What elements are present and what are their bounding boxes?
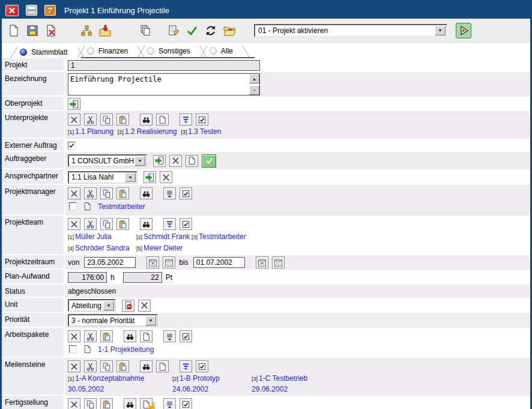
refresh-button[interactable]: [202, 22, 219, 38]
delete-entry-button[interactable]: [138, 300, 151, 312]
sort-list-button[interactable]: [163, 330, 176, 342]
plan-points-input[interactable]: 22: [123, 272, 162, 283]
cut-button[interactable]: [84, 218, 97, 230]
tab-alle[interactable]: Alle: [204, 46, 246, 57]
edit-form-button[interactable]: [165, 22, 181, 38]
link-team-member[interactable]: Testmitarbeiter: [199, 232, 246, 241]
link-team-member[interactable]: Schmidt Frank: [144, 232, 190, 241]
copy-button[interactable]: [100, 187, 113, 199]
bezeichnung-textarea[interactable]: Einführung Projectile ▲ ▼: [68, 73, 260, 95]
new-document-button[interactable]: [156, 114, 169, 126]
find-button[interactable]: [140, 187, 153, 199]
link-unterprojekt[interactable]: 1.1 Planung: [75, 127, 113, 136]
paste-button[interactable]: [116, 187, 129, 199]
window-icon[interactable]: [26, 5, 37, 16]
chevron-down-icon[interactable]: ▼: [135, 156, 145, 166]
auftraggeber-select[interactable]: 1 CONSULT GmbH▼: [68, 154, 147, 167]
cut-button[interactable]: [84, 330, 97, 342]
confirm-button[interactable]: [184, 22, 200, 38]
help-icon[interactable]: ?: [44, 5, 56, 16]
run-action-button[interactable]: [456, 23, 471, 38]
link-team-member[interactable]: Meier Dieter: [144, 244, 183, 252]
link-meilenstein-date[interactable]: 24.06.2002: [172, 385, 208, 393]
link-unterprojekt[interactable]: 1.3 Testen: [188, 127, 221, 136]
no-entry-button[interactable]: [122, 300, 135, 312]
tab-sonstiges[interactable]: Sonstiges: [141, 46, 204, 57]
save-button[interactable]: [24, 22, 40, 38]
paste-button[interactable]: [116, 114, 129, 126]
new-document-button[interactable]: [156, 360, 169, 372]
select-all-button[interactable]: [180, 218, 192, 230]
paste-button[interactable]: [116, 218, 129, 230]
sort-list-button[interactable]: [163, 187, 176, 199]
item-checkbox[interactable]: [69, 202, 77, 210]
link-meilenstein-date[interactable]: 30.05.2002: [68, 385, 104, 393]
paste-button[interactable]: [116, 360, 129, 372]
find-button[interactable]: [140, 360, 153, 372]
find-button[interactable]: [140, 114, 153, 126]
calendar-button[interactable]: [272, 256, 285, 268]
projekt-input[interactable]: 1: [68, 60, 260, 71]
scroll-up-icon[interactable]: ▲: [249, 74, 259, 83]
link-meilenstein[interactable]: 1-A Konzeptabnahme: [75, 374, 144, 383]
chevron-down-icon[interactable]: ▼: [125, 172, 136, 182]
move-down-button[interactable]: [163, 218, 176, 230]
plan-hours-input[interactable]: 176:00: [68, 272, 107, 283]
link-meilenstein[interactable]: 1-B Prototyp: [180, 374, 220, 383]
externer-auftrag-checkbox[interactable]: [68, 142, 76, 150]
link-meilenstein[interactable]: 1-C Testbetrieb: [259, 374, 307, 383]
delete-entry-button[interactable]: [68, 187, 80, 199]
delete-entry-button[interactable]: [160, 171, 172, 183]
hierarchy-button[interactable]: [78, 22, 94, 38]
bis-date-input[interactable]: 01.07.2002: [193, 257, 245, 268]
copy-button[interactable]: [100, 360, 113, 372]
new-document-button[interactable]: [140, 398, 153, 409]
copy-button[interactable]: [100, 114, 113, 126]
delete-entry-button[interactable]: [68, 360, 80, 372]
new-document-button[interactable]: [186, 155, 198, 167]
close-icon[interactable]: ✕: [5, 5, 19, 16]
chevron-down-icon[interactable]: ▼: [435, 26, 446, 35]
chevron-down-icon[interactable]: ▼: [103, 301, 114, 311]
import-folder-button[interactable]: [97, 22, 113, 38]
link-team-member[interactable]: Schröder Sandra: [75, 244, 130, 252]
find-button[interactable]: [124, 398, 136, 409]
goto-button[interactable]: [68, 98, 80, 110]
open-folder-button[interactable]: [221, 22, 237, 38]
delete-entry-button[interactable]: [68, 114, 80, 126]
goto-button[interactable]: [153, 155, 166, 167]
action-select[interactable]: 01 - Projekt aktivieren ▼: [254, 24, 447, 37]
ansprechpartner-select[interactable]: 1.1 Lisa Nahl▼: [68, 171, 138, 184]
link-arbeitspaket[interactable]: 1-1 Projektleitung: [98, 345, 154, 354]
item-checkbox[interactable]: [69, 345, 77, 353]
goto-button[interactable]: [144, 171, 156, 183]
select-all-button[interactable]: [180, 398, 192, 409]
calendar-today-button[interactable]: [147, 256, 159, 268]
link-meilenstein-date[interactable]: 29.06.2002: [252, 385, 288, 393]
find-button[interactable]: [124, 330, 136, 342]
move-down-button[interactable]: [180, 360, 192, 372]
delete-entry-button[interactable]: [68, 330, 80, 342]
delete-entry-button[interactable]: [68, 398, 80, 409]
scroll-down-icon[interactable]: ▼: [249, 85, 259, 95]
delete-entry-button[interactable]: [68, 218, 80, 230]
select-all-button[interactable]: [180, 187, 192, 199]
von-date-input[interactable]: 23.05.2002: [84, 257, 136, 268]
cut-button[interactable]: [84, 360, 97, 372]
tab-finanzen[interactable]: Finanzen: [81, 46, 141, 57]
tab-stammblatt[interactable]: Stammblatt: [14, 47, 81, 58]
calendar-button[interactable]: [163, 256, 175, 268]
cut-button[interactable]: [84, 187, 97, 199]
delete-entry-button[interactable]: [169, 155, 182, 167]
calendar-today-button[interactable]: [256, 256, 268, 268]
new-document-button[interactable]: [140, 330, 153, 342]
new-document-button[interactable]: [5, 22, 22, 38]
copy-button[interactable]: [84, 398, 97, 409]
move-down-button[interactable]: [180, 114, 192, 126]
sort-list-button[interactable]: [163, 398, 176, 409]
unit-select[interactable]: Abteilung 1▼: [68, 299, 116, 312]
select-all-button[interactable]: [180, 330, 192, 342]
select-all-button[interactable]: [196, 360, 208, 372]
link-projektmanager[interactable]: Testmitarbeiter: [98, 202, 145, 211]
select-all-button[interactable]: [196, 114, 208, 126]
